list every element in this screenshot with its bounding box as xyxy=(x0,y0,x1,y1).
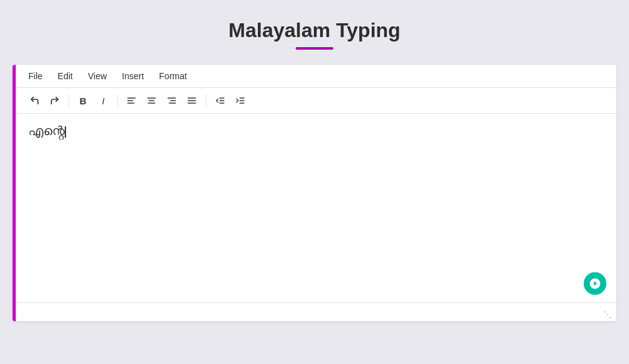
indent-decrease-button[interactable] xyxy=(211,92,229,109)
align-center-button[interactable] xyxy=(143,92,160,109)
title-underline xyxy=(296,47,333,50)
separator-3 xyxy=(206,94,206,107)
align-center-icon xyxy=(147,96,157,106)
menu-view[interactable]: View xyxy=(86,70,109,82)
menu-bar: File Edit View Insert Format xyxy=(16,65,616,88)
undo-icon xyxy=(30,96,40,106)
text-cursor xyxy=(65,126,66,138)
align-right-icon xyxy=(167,96,177,106)
editor-container: File Edit View Insert Format B I xyxy=(13,65,616,321)
undo-button[interactable] xyxy=(26,92,43,109)
editor-body: എന്റെ xyxy=(16,114,616,302)
editor-text: എന്റെ xyxy=(28,124,65,138)
menu-insert[interactable]: Insert xyxy=(120,70,147,82)
indent-decrease-icon xyxy=(215,96,225,106)
justify-button[interactable] xyxy=(183,92,201,109)
menu-file[interactable]: File xyxy=(26,70,45,82)
menu-format[interactable]: Format xyxy=(157,70,189,82)
bold-button[interactable]: B xyxy=(74,92,92,109)
align-left-icon xyxy=(126,96,136,106)
editor-content[interactable]: എന്റെ xyxy=(16,114,616,302)
indent-increase-button[interactable] xyxy=(231,92,249,109)
editor-footer: ⋱ xyxy=(16,302,616,321)
floating-action-button[interactable] xyxy=(584,272,606,295)
menu-edit[interactable]: Edit xyxy=(55,70,75,82)
page-title: Malayalam Typing xyxy=(228,19,400,42)
toolbar: B I xyxy=(16,88,616,114)
align-right-button[interactable] xyxy=(163,92,181,109)
indent-increase-icon xyxy=(235,96,245,106)
redo-button[interactable] xyxy=(46,92,64,109)
justify-icon xyxy=(187,96,197,106)
italic-button[interactable]: I xyxy=(94,92,112,109)
separator-2 xyxy=(117,94,118,107)
resize-handle[interactable]: ⋱ xyxy=(604,310,611,319)
floating-icon xyxy=(589,277,601,290)
redo-icon xyxy=(50,96,60,106)
separator-1 xyxy=(69,94,69,107)
align-left-button[interactable] xyxy=(123,92,140,109)
